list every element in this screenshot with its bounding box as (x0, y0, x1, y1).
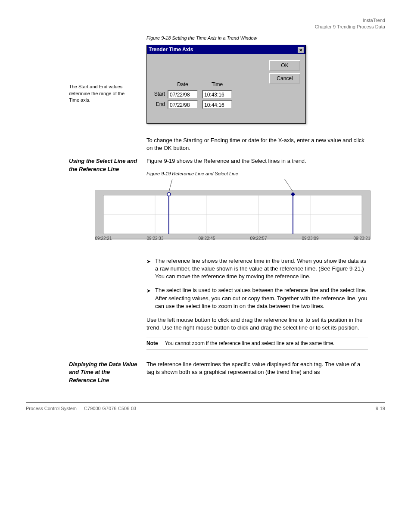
figure-2-caption: Figure 9-19 Reference Line and Select Li… (146, 171, 385, 177)
header-chapter: Chapter 9 Trending Process Data (315, 24, 385, 29)
xtick-1: 09:22:33 (147, 236, 164, 241)
tip-paragraph: The reference line determines the specif… (146, 361, 368, 376)
bullet-1: The reference line shows the reference t… (155, 257, 368, 281)
cancel-button[interactable]: Cancel (269, 73, 300, 84)
bullet-arrow-icon: ➤ (146, 287, 151, 310)
xtick-2: 09:22:45 (199, 236, 215, 241)
xtick-5: 09:23:21 (354, 236, 371, 241)
note-rule-bottom (146, 349, 368, 349)
footer-left: Process Control System — C79000-G7076-C5… (26, 405, 136, 412)
side-callout-start-end: The Start and End values determine the r… (69, 84, 134, 103)
start-date-field[interactable]: 07/22/98 (168, 90, 198, 99)
end-date-field[interactable]: 07/22/98 (168, 100, 198, 109)
trender-time-axis-dialog: Trender Time Axis ✕ OK Cancel Date Time … (146, 45, 306, 124)
note-rule-top (146, 337, 368, 337)
row-label-start: Start (149, 90, 168, 98)
figure-2-lead: Figure 9-19 shows the Reference and the … (146, 157, 368, 165)
start-time-field[interactable]: 10:43:16 (202, 90, 232, 99)
bullet-2: The select line is used to select values… (155, 286, 368, 310)
reference-select-chart: Reference Line Select Line 09:22:21 09:2… (95, 179, 371, 252)
xtick-4: 09:23:09 (302, 236, 319, 241)
close-icon[interactable]: ✕ (298, 47, 304, 53)
bullet-arrow-icon: ➤ (146, 258, 151, 281)
xtick-0: 09:22:21 (95, 236, 112, 241)
col-header-time: Time (202, 81, 232, 88)
header-product: InstaTrend (363, 18, 385, 23)
svg-line-0 (169, 179, 172, 192)
footer-right: 9-19 (376, 405, 385, 412)
dialog-title: Trender Time Axis (149, 46, 193, 53)
figure-1-caption: Figure 9-18 Setting the Time Axis in a T… (146, 35, 385, 41)
side-title-data-value: Displaying the Data Value and Time at th… (69, 361, 138, 384)
note-text: You cannot zoom if the reference line an… (165, 340, 335, 347)
xtick-3: 09:22:57 (250, 236, 267, 241)
svg-point-10 (167, 193, 171, 196)
svg-line-1 (284, 179, 293, 192)
post-dialog-paragraph: To change the Starting or Ending time or… (146, 137, 368, 152)
col-header-date: Date (168, 81, 198, 88)
side-title-select-reference: Using the Select Line and the Reference … (69, 157, 138, 173)
dialog-titlebar: Trender Time Axis ✕ (147, 45, 305, 54)
end-time-field[interactable]: 10:44:16 (202, 100, 232, 109)
page-footer: Process Control System — C79000-G7076-C5… (26, 402, 385, 412)
ok-button[interactable]: OK (269, 60, 300, 71)
note-label: Note (146, 340, 158, 347)
row-label-end: End (149, 101, 168, 108)
mouse-usage-paragraph: Use the left mouse button to click and d… (146, 316, 368, 332)
